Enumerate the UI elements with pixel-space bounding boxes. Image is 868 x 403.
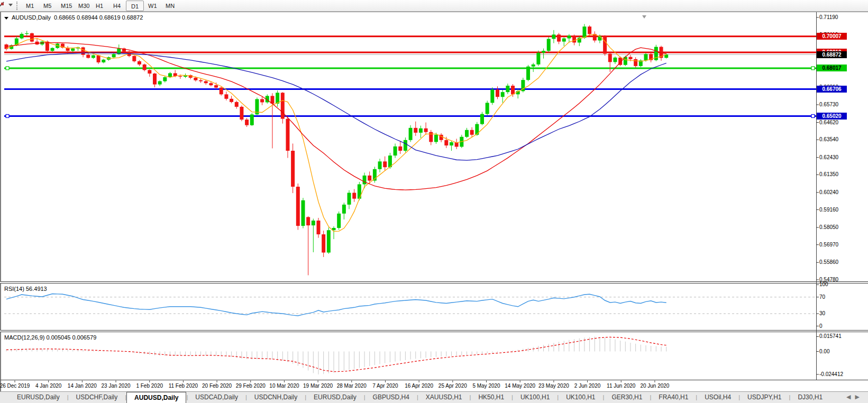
chart-tab-hk50-h1[interactable]: HK50,H1 [471,392,511,403]
price-tick-label: 0.62430 [819,154,838,160]
candle-body-bull [71,49,75,51]
chart-collapse-icon[interactable] [4,17,8,20]
timeframe-toolbar: M1M5M15M30H1H4D1W1MN [0,0,868,12]
timeframe-m1[interactable]: M1 [21,1,39,11]
candle-body-bear [204,81,208,84]
price-tick-label: 0.61350 [819,171,838,177]
date-label: 20 Feb 2020 [202,383,232,389]
toolbar-grip-icon[interactable] [16,2,18,10]
candle-body-bear [214,85,218,88]
date-label: 11 Jun 2020 [607,383,635,389]
candle-body-bear [153,74,157,85]
line-handle[interactable] [6,114,9,117]
timeframe-mn[interactable]: MN [161,1,179,11]
candle-body-bear [240,107,243,120]
ohlc-close: 0.68872 [122,14,143,21]
chart-tab-gbpusd-h4[interactable]: GBPUSD,H4 [366,392,417,403]
candle-body-bear [470,130,474,135]
timeframe-h1[interactable]: H1 [91,1,108,11]
candle-body-bull [486,103,489,114]
candle-body-bear [429,132,433,142]
ma-fast-line [6,34,666,231]
chart-shift-marker-icon[interactable] [642,15,646,19]
price-badge-0.66706: 0.66706 [817,86,847,93]
candle-body-bull [327,230,331,252]
candle-body-bear [86,55,90,58]
price-tick-label: 0.63540 [819,136,838,142]
tab-scroll-right-icon[interactable]: ▶ [855,393,864,400]
date-label: 1 Feb 2020 [136,383,163,389]
rsi-scale-label: 100 [819,281,828,287]
tab-scroll-left-icon[interactable]: ◀ [846,393,855,400]
candle-body-bull [250,114,254,125]
timeframe-h4[interactable]: H4 [108,1,125,11]
chart-tab-usdchf-daily[interactable]: USDCHF,Daily [69,392,125,403]
candle-body-bear [291,151,295,187]
candle-body-bull [25,33,29,34]
chart-tab-usdjpy-h1[interactable]: USDJPY,H1 [740,392,789,403]
candle-body-bull [51,48,54,51]
date-label: 23 May 2020 [538,383,569,389]
candle-body-bull [112,54,116,57]
line-handle[interactable] [811,114,815,117]
candle-body-bear [557,34,561,41]
candle-body-bull [434,135,438,142]
chart-styles-icon[interactable] [0,1,6,10]
timeframe-d1[interactable]: D1 [126,1,144,11]
candle-body-bear [245,120,249,125]
chart-canvas[interactable] [0,0,868,403]
timeframe-w1[interactable]: W1 [143,1,162,11]
line-handle[interactable] [6,67,9,70]
price-badge-0.70007: 0.70007 [817,33,847,40]
chart-tab-eurusd-daily[interactable]: EURUSD,Daily [10,392,67,403]
candle-body-bull [536,53,540,65]
chart-tab-eurusd-daily[interactable]: EURUSD,Daily [306,392,364,403]
chart-tab-usdcad-daily[interactable]: USDCAD,Daily [188,392,245,403]
macd-main-value: 0.005045 [46,334,70,341]
candle-body-bear [138,61,141,65]
candle-body-bear [444,140,448,145]
ohlc-open: 0.68665 [54,14,75,21]
candle-body-bull [337,214,341,228]
candle-body-bull [358,184,361,198]
date-label: 4 Jan 2020 [35,383,62,389]
candle-body-bear [511,86,515,94]
chart-tab-audusd-daily[interactable]: AUDUSD,Daily [126,392,186,403]
candle-body-bull [506,86,509,92]
chart-tab-ger30-h1[interactable]: GER30,H1 [604,392,650,403]
styles-dropdown-caret-icon[interactable] [8,4,13,6]
mt4-window: M1M5M15M30H1H4D1W1MN AUDUSD,Daily 0.6866… [0,0,868,403]
chart-tab-dj30-h1[interactable]: DJ30,H1 [790,392,830,403]
timeframe-m5[interactable]: M5 [39,1,56,11]
candle-body-bull [450,142,453,145]
chart-tab-xauusd-h1[interactable]: XAUUSD,H1 [418,392,470,403]
candle-body-bull [102,60,105,62]
candle-body-bear [306,217,310,225]
chart-tab-fra40-h1[interactable]: FRA40,H1 [651,392,696,403]
date-label: 19 Mar 2020 [303,383,333,389]
tab-scroll-arrows[interactable]: ◀▶ [846,393,864,400]
candle-body-bull [378,161,382,169]
chart-tab-usdcnh-daily[interactable]: USDCNH,Daily [247,392,305,403]
candle-body-bull [567,35,571,38]
candle-body-bull [363,176,367,185]
price-tick-label: 0.60240 [819,189,838,195]
line-handle[interactable] [811,67,815,70]
candle-body-bear [143,65,147,70]
candle-body-bull [394,146,397,155]
candle-body-bull [547,39,551,51]
candle-body-bear [572,35,576,42]
date-label: 20 Jun 2020 [640,383,669,389]
candle-body-bear [30,33,34,42]
chart-tab-uk100-h1[interactable]: UK100,H1 [513,392,557,403]
date-label: 23 Jan 2020 [102,383,131,389]
candle-body-bull [20,34,24,38]
date-label: 7 Apr 2020 [372,383,398,389]
chart-tab-usoil-h4[interactable]: USOil,H4 [697,392,738,403]
rsi-value: 56.4913 [26,286,47,292]
chart-tab-uk100-h1[interactable]: UK100,H1 [559,392,602,403]
price-badge-0.68872: 0.68872 [817,51,847,58]
candle-body-bear [424,129,428,132]
macd-signal-value: 0.006579 [72,334,96,341]
candle-body-bear [603,36,607,53]
